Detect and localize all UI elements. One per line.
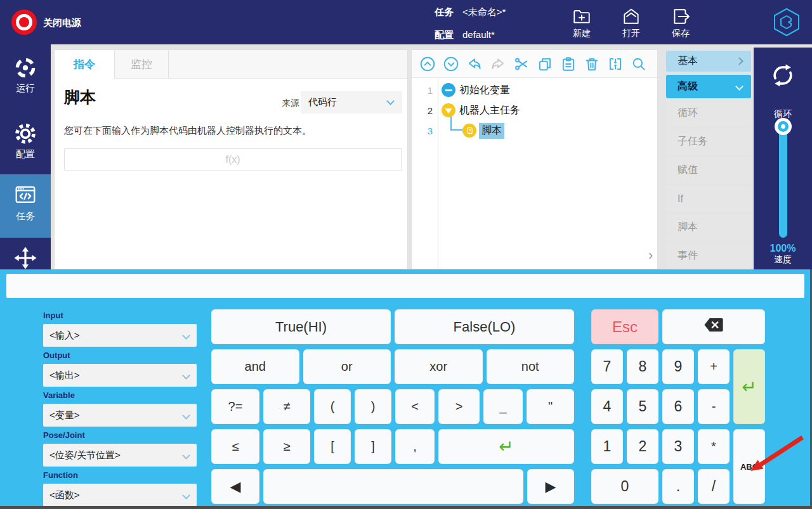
key-not-equal[interactable]: ≠	[263, 389, 310, 424]
redo-icon[interactable]	[490, 56, 506, 72]
palette-group-basic[interactable]: 基本	[666, 51, 751, 72]
key-1[interactable]: 1	[591, 429, 623, 464]
delete-icon[interactable]	[584, 56, 600, 72]
palette-item-assignment[interactable]: 赋值	[666, 157, 751, 184]
variable-select[interactable]: <变量>	[43, 404, 197, 427]
task-tree-panel: 1 初始化变量 2 机器人主任务 3 脚本	[411, 49, 658, 269]
posejoint-select[interactable]: <位姿/关节位置>	[43, 444, 197, 467]
key-4[interactable]: 4	[591, 389, 623, 424]
tree-row-init-variables[interactable]: 1 初始化变量	[412, 80, 657, 100]
move-down-icon[interactable]	[443, 56, 459, 72]
loop-mode-icon[interactable]	[769, 61, 797, 92]
key-comma[interactable]: ,	[395, 429, 435, 464]
cut-icon[interactable]	[513, 56, 530, 72]
sidebar-item-move[interactable]	[0, 246, 51, 270]
speed-slider-knob[interactable]	[775, 118, 792, 135]
key-3[interactable]: 3	[662, 429, 694, 464]
expand-node-icon[interactable]	[442, 103, 455, 117]
expression-input[interactable]: f(x)	[64, 148, 402, 171]
key-assign[interactable]: ?=	[211, 389, 259, 424]
palette-item-event[interactable]: 事件	[666, 242, 751, 269]
key-dot[interactable]: .	[662, 469, 694, 504]
copy-icon[interactable]	[537, 56, 553, 72]
new-task-button[interactable]: 新建	[561, 6, 602, 39]
sidebar-item-configure[interactable]: 配置	[0, 122, 51, 160]
key-backspace[interactable]	[662, 309, 765, 344]
key-abc-switch[interactable]: ABC	[733, 429, 765, 504]
key-enter-numpad[interactable]: ↵	[733, 349, 765, 424]
key-paren-close[interactable]: )	[355, 389, 391, 424]
script-description: 您可在下面输入作为脚本代码由机器人控制器执行的文本。	[64, 125, 311, 137]
palette-item-subtask[interactable]: 子任务	[666, 128, 751, 155]
keyboard-text-input[interactable]	[6, 274, 804, 298]
config-label: 配置	[435, 29, 454, 41]
palette-item-if[interactable]: If	[666, 185, 751, 212]
sidebar-item-run[interactable]: 运行	[0, 56, 51, 94]
key-plus[interactable]: +	[698, 349, 730, 384]
key-8[interactable]: 8	[627, 349, 658, 384]
tab-instruction[interactable]: 指令	[55, 50, 115, 79]
key-or[interactable]: or	[303, 349, 391, 384]
source-select[interactable]: 代码行	[301, 91, 402, 113]
key-minus[interactable]: -	[698, 389, 730, 424]
palette-item-script[interactable]: 脚本	[666, 214, 751, 241]
tab-monitor[interactable]: 监控	[115, 50, 169, 79]
palette-item-loop[interactable]: 循环	[666, 100, 751, 127]
collapse-icon[interactable]	[607, 56, 624, 72]
key-xor[interactable]: xor	[395, 349, 483, 384]
key-greater-than[interactable]: >	[438, 389, 480, 424]
key-0[interactable]: 0	[591, 469, 658, 504]
key-less-than[interactable]: <	[395, 389, 435, 424]
key-esc[interactable]: Esc	[591, 309, 658, 344]
key-bracket-open[interactable]: [	[314, 429, 351, 464]
tree-row-main-task[interactable]: 2 机器人主任务	[412, 100, 657, 120]
output-select-field: Output <输出>	[43, 351, 197, 387]
undo-icon[interactable]	[466, 56, 483, 72]
key-cursor-right[interactable]: ▶	[527, 469, 574, 504]
key-true-hi[interactable]: True(HI)	[211, 309, 391, 344]
function-select[interactable]: <函数>	[43, 484, 197, 506]
open-task-button[interactable]: 打开	[611, 6, 652, 39]
key-and[interactable]: and	[211, 349, 299, 384]
expression-keyboard-overlay: Input <输入> Output <输出> Variable <变量> Pos…	[0, 269, 812, 509]
script-node-icon	[462, 124, 476, 138]
sidebar-item-task[interactable]: 任务	[0, 183, 51, 222]
key-space[interactable]	[263, 469, 523, 504]
open-task-label: 打开	[611, 28, 652, 39]
palette-advanced-label: 高级	[678, 80, 698, 93]
tree-row-script[interactable]: 3 脚本	[412, 120, 657, 141]
palette-group-advanced[interactable]: 高级	[666, 75, 751, 98]
key-9[interactable]: 9	[662, 349, 694, 384]
key-paren-open[interactable]: (	[314, 389, 351, 424]
key-7[interactable]: 7	[591, 349, 623, 384]
key-slash[interactable]: /	[698, 469, 730, 504]
task-value: <未命名>*	[462, 6, 506, 18]
key-less-equal[interactable]: ≤	[211, 429, 259, 464]
robot-teach-pendant-screen: 关闭电源 任务 <未命名>* 配置 default* 新建	[0, 0, 812, 509]
top-bar: 关闭电源 任务 <未命名>* 配置 default* 新建	[0, 0, 812, 44]
key-5[interactable]: 5	[627, 389, 658, 424]
save-task-button[interactable]: 保存	[660, 6, 701, 39]
tree-row-number: 1	[412, 85, 438, 96]
key-quote[interactable]: "	[527, 389, 574, 424]
key-underscore[interactable]: _	[483, 389, 523, 424]
paste-icon[interactable]	[560, 56, 577, 72]
key-asterisk[interactable]: *	[698, 429, 730, 464]
expression-placeholder: f(x)	[225, 154, 240, 165]
move-up-icon[interactable]	[419, 56, 436, 72]
search-icon[interactable]	[631, 56, 647, 72]
key-enter-main[interactable]: ↵	[438, 429, 574, 464]
input-select[interactable]: <输入>	[43, 324, 197, 347]
power-button[interactable]	[11, 10, 37, 35]
key-greater-equal[interactable]: ≥	[263, 429, 310, 464]
key-not[interactable]: not	[487, 349, 575, 384]
panel-collapse-chevron[interactable]: ›	[648, 247, 653, 264]
key-6[interactable]: 6	[662, 389, 694, 424]
sidebar-run-label: 运行	[0, 82, 51, 94]
key-false-lo[interactable]: False(LO)	[395, 309, 574, 344]
output-select[interactable]: <输出>	[43, 364, 197, 387]
speed-slider-track[interactable]	[779, 124, 787, 238]
key-bracket-close[interactable]: ]	[355, 429, 391, 464]
key-cursor-left[interactable]: ◀	[211, 469, 259, 504]
key-2[interactable]: 2	[627, 429, 658, 464]
